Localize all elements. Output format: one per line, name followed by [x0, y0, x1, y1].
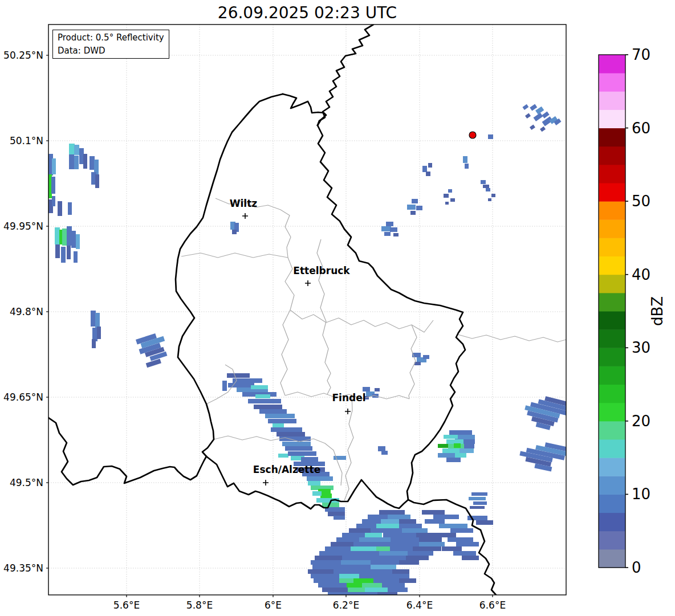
echo-cell [288, 451, 316, 456]
x-tick-label: 6.4°E [406, 599, 433, 611]
colorbar-segment [599, 128, 625, 147]
country-border [48, 418, 206, 485]
echo-cell [491, 194, 495, 197]
echo-cell [460, 448, 474, 453]
district-border [280, 310, 290, 395]
echo-cell [522, 104, 528, 110]
y-tick-label: 49.65°N [3, 391, 43, 403]
echo-cell [334, 569, 365, 574]
colorbar-segment [599, 73, 625, 92]
echo-cell [90, 156, 95, 170]
echo-cell [410, 211, 416, 215]
city-marker [242, 213, 248, 219]
city-label: Ettelbruck [293, 265, 350, 276]
district-border [181, 253, 288, 258]
echo-cell [481, 180, 486, 184]
colorbar-segment [599, 549, 625, 568]
echo-cell [408, 551, 433, 556]
y-tick-label: 50.25°N [3, 50, 43, 61]
echo-cell [67, 246, 71, 259]
colorbar-tick-label: 30 [632, 339, 650, 356]
echo-cell [69, 144, 75, 155]
echo-cell [68, 202, 72, 215]
echo-cluster [444, 189, 455, 205]
district-border [344, 394, 353, 500]
echo-cell [342, 556, 376, 560]
echo-cell [453, 551, 476, 556]
echo-cell [79, 148, 84, 164]
echo-cell [259, 409, 287, 414]
echo-cell [340, 565, 374, 569]
axis-ticks: 5.6°E5.8°E6°E6.2°E6.4°E6.6°E50.25°N50.1°… [3, 50, 506, 611]
colorbar-tick-label: 40 [632, 266, 650, 283]
colorbar-segment [599, 329, 625, 348]
echo-cell [373, 578, 399, 583]
colorbar-segment [599, 201, 625, 220]
echo-cell [462, 556, 479, 560]
echo-cell [376, 524, 402, 528]
colorbar: 010203040506070dBZ [599, 46, 666, 576]
echo-cell [268, 419, 296, 423]
echo-cell [454, 443, 461, 448]
echo-cell [59, 230, 62, 244]
colorbar-segment [599, 311, 625, 330]
colorbar-segment [599, 219, 625, 238]
radar-site-marker [469, 132, 476, 138]
echo-cell [463, 156, 467, 163]
colorbar-segment [599, 55, 625, 74]
echo-cell [419, 537, 442, 542]
colorbar-segment [599, 439, 625, 458]
country-border [318, 125, 465, 500]
x-tick-label: 6.2°E [333, 599, 359, 611]
echo-cell [58, 201, 62, 216]
echo-cell [301, 457, 318, 462]
echo-cell [413, 546, 441, 551]
echo-cell [384, 232, 391, 236]
echo-cell [328, 512, 345, 516]
echo-cell [359, 574, 388, 578]
echo-cell [52, 158, 56, 174]
echo-cell [390, 227, 397, 232]
echo-cluster [378, 446, 388, 455]
colorbar-segment [599, 421, 625, 440]
echo-cell [74, 156, 79, 169]
colorbar-segment [599, 293, 625, 312]
echo-cluster [518, 93, 561, 138]
echo-cell [315, 556, 346, 560]
echo-cell [271, 427, 302, 432]
echo-cell [455, 435, 475, 439]
city-label: Findel [332, 392, 365, 403]
echo-cluster [91, 311, 101, 348]
echo-cell [339, 574, 362, 578]
echo-cell [488, 134, 493, 139]
echo-cell [362, 583, 385, 588]
product-info-box: Product: 0.5° Reflectivity Data: DWD [52, 30, 169, 59]
echo-cell [445, 202, 449, 205]
radar-echoes [47, 93, 575, 597]
radar-map-figure: 26.09.2025 02:23 UTC Product: 0.5° Refle… [0, 0, 675, 616]
echo-cell [423, 355, 429, 359]
colorbar-tick-label: 60 [632, 120, 650, 137]
echo-cell [74, 145, 79, 155]
y-tick-label: 49.8°N [10, 306, 43, 317]
colorbar-segment [599, 458, 625, 476]
echo-cell [402, 528, 428, 533]
colorbar-segment [599, 91, 625, 110]
echo-cell [348, 551, 379, 556]
echo-cell [399, 524, 422, 528]
echo-cell [248, 399, 281, 403]
echo-cell [399, 519, 416, 524]
colorbar-segment [599, 183, 625, 202]
echo-cell [476, 520, 493, 525]
echo-cell [363, 387, 370, 391]
echo-cell [393, 233, 399, 236]
echo-cell [486, 188, 490, 191]
colorbar-segment [599, 476, 625, 495]
echo-cell [76, 234, 80, 249]
echo-cell [62, 229, 67, 246]
colorbar-tick-label: 20 [632, 413, 650, 430]
echo-cell [525, 113, 531, 119]
echo-cell [448, 189, 452, 193]
echo-cell [419, 542, 445, 546]
colorbar-segment [599, 494, 625, 513]
